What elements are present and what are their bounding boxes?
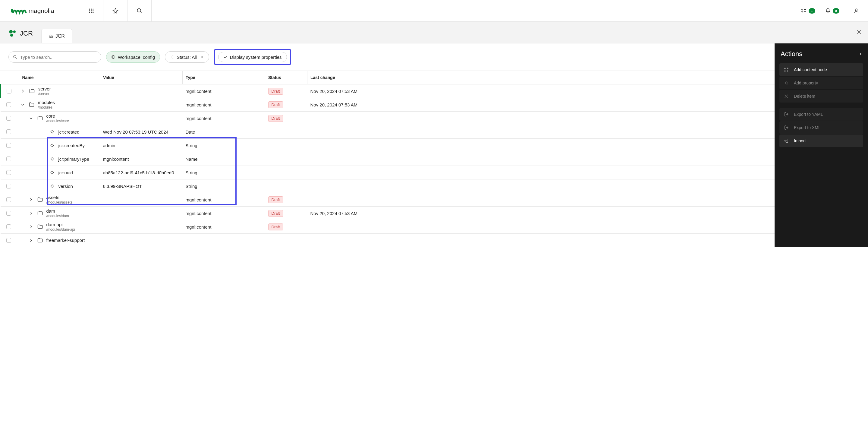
- app-title: JCR: [8, 29, 33, 43]
- col-value[interactable]: Value: [100, 71, 183, 85]
- property-row[interactable]: jcr:uuid ab85a122-adf9-41c5-b1f8-d0b0ed0…: [1, 166, 775, 179]
- apps-grid-button[interactable]: [79, 0, 103, 22]
- svg-point-18: [10, 34, 13, 36]
- search-field[interactable]: [8, 51, 101, 63]
- cell-last-change: [307, 234, 775, 247]
- folder-row[interactable]: dam-api/modules/dam-api mgnl:content Dra…: [1, 220, 775, 234]
- search-button[interactable]: [127, 0, 152, 22]
- star-icon: [113, 8, 119, 14]
- folder-row[interactable]: dam/modules/dam mgnl:content Draft Nov 2…: [1, 207, 775, 220]
- cell-type: String: [183, 139, 265, 152]
- search-input[interactable]: [20, 55, 97, 60]
- expand-toggle[interactable]: [28, 116, 34, 120]
- cell-status: [265, 139, 307, 152]
- property-name: jcr:primaryType: [59, 156, 90, 162]
- cell-status: [265, 152, 307, 166]
- display-sys-props-chip[interactable]: Display system properties: [218, 52, 287, 62]
- action-import[interactable]: Import: [779, 134, 863, 147]
- cell-status: [265, 179, 307, 193]
- row-checkbox[interactable]: [6, 238, 11, 243]
- col-type[interactable]: Type: [183, 71, 265, 85]
- property-row[interactable]: version 6.3.99-SNAPSHOT String: [1, 179, 775, 193]
- expand-toggle[interactable]: [28, 198, 34, 202]
- action-add-content-node[interactable]: Add content node: [779, 63, 863, 76]
- tab-jcr[interactable]: JCR: [41, 29, 72, 43]
- node-name: freemarker-support: [46, 238, 85, 243]
- cell-type: [183, 234, 265, 247]
- favorites-button[interactable]: [103, 0, 127, 22]
- row-checkbox[interactable]: [6, 211, 11, 216]
- expand-toggle[interactable]: [20, 103, 25, 107]
- property-row[interactable]: jcr:created Wed Nov 20 07:53:19 UTC 2024…: [1, 125, 775, 139]
- actions-header[interactable]: Actions: [779, 48, 863, 63]
- svg-point-6: [91, 10, 92, 11]
- col-name[interactable]: Name: [1, 71, 100, 85]
- node-name: dam: [46, 208, 69, 214]
- workspace-chip[interactable]: Workspace: config: [106, 51, 160, 63]
- property-icon: [49, 143, 56, 148]
- grid-icon: [88, 8, 94, 14]
- col-last-change[interactable]: Last change: [307, 71, 775, 85]
- expand-toggle[interactable]: [28, 239, 34, 242]
- row-checkbox[interactable]: [6, 170, 11, 175]
- node-path: /modules/core: [46, 119, 69, 123]
- cell-value: [100, 193, 183, 207]
- folder-row[interactable]: modules/modules mgnl:content Draft Nov 2…: [1, 98, 775, 112]
- expand-toggle[interactable]: [20, 89, 26, 93]
- folder-row[interactable]: freemarker-support: [1, 234, 775, 247]
- row-checkbox[interactable]: [6, 129, 11, 134]
- folder-icon: [37, 197, 43, 203]
- row-checkbox[interactable]: [7, 89, 11, 93]
- property-row[interactable]: jcr:primaryType mgnl:content Name: [1, 152, 775, 166]
- property-icon: [49, 171, 56, 175]
- status-label: Status: All: [177, 55, 197, 60]
- status-badge: Draft: [268, 196, 283, 203]
- row-checkbox[interactable]: [6, 224, 11, 229]
- svg-point-2: [89, 8, 90, 9]
- expand-toggle[interactable]: [28, 211, 34, 215]
- cell-type: mgnl:content: [183, 193, 265, 207]
- svg-point-4: [93, 8, 93, 9]
- search-icon: [13, 55, 17, 59]
- status-chip[interactable]: Status: All: [165, 51, 209, 63]
- actions-title: Actions: [781, 50, 802, 58]
- action-export-to-yaml: Export to YAML: [779, 108, 863, 121]
- expand-toggle[interactable]: [28, 225, 34, 229]
- cell-value: [100, 112, 183, 125]
- cell-type: String: [183, 166, 265, 179]
- row-checkbox[interactable]: [6, 184, 11, 188]
- row-checkbox[interactable]: [6, 156, 11, 161]
- cell-last-change: [307, 125, 775, 139]
- node-name: assets: [46, 195, 73, 200]
- close-app-button[interactable]: [856, 29, 862, 36]
- svg-point-42: [787, 68, 788, 69]
- property-row[interactable]: jcr:createdBy admin String: [1, 139, 775, 152]
- cell-last-change: [307, 139, 775, 152]
- col-status[interactable]: Status: [265, 71, 307, 85]
- svg-rect-40: [51, 185, 54, 188]
- profile-button[interactable]: [844, 0, 868, 22]
- folder-icon: [28, 102, 35, 108]
- search-icon: [136, 8, 143, 14]
- row-checkbox[interactable]: [6, 102, 11, 107]
- cell-status: [265, 234, 307, 247]
- action-label: Export to YAML: [794, 112, 823, 117]
- svg-point-10: [93, 12, 93, 13]
- tasks-icon: [801, 8, 807, 14]
- folder-icon: [37, 224, 43, 230]
- folder-row[interactable]: core/modules/core mgnl:content Draft: [1, 112, 775, 125]
- cell-type: mgnl:content: [183, 207, 265, 220]
- row-checkbox[interactable]: [6, 197, 11, 202]
- cell-value: 6.3.99-SNAPSHOT: [100, 179, 183, 193]
- row-checkbox[interactable]: [6, 116, 11, 121]
- row-checkbox[interactable]: [6, 143, 11, 148]
- notifications-button[interactable]: 0: [820, 0, 844, 22]
- cell-last-change: Nov 20, 2024 07:53 AM: [307, 85, 775, 98]
- folder-row[interactable]: server/server mgnl:content Draft Nov 20,…: [1, 85, 775, 98]
- action-label: Delete item: [794, 94, 815, 99]
- status-clear[interactable]: [200, 55, 204, 60]
- brand-logo[interactable]: magnolia: [0, 0, 79, 22]
- tasks-button[interactable]: 1: [796, 0, 820, 22]
- add-node-icon: [784, 67, 789, 72]
- folder-row[interactable]: assets/modules/assets mgnl:content Draft: [1, 193, 775, 207]
